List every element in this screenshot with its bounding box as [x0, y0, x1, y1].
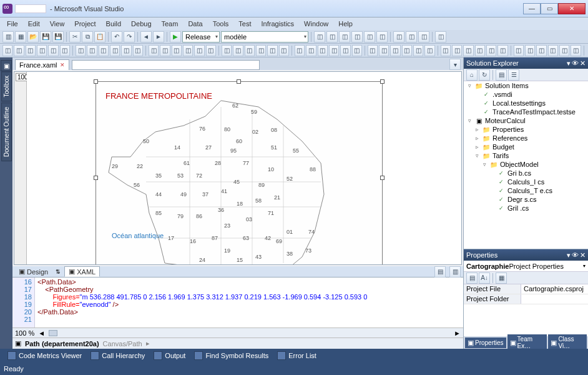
menu-edit[interactable]: Edit [24, 19, 44, 29]
property-row[interactable]: Project FileCartographie.csproj [464, 284, 588, 294]
dept-42[interactable]: 42 [265, 235, 271, 241]
code-editor[interactable]: 161718192021 <Path.Data> <PathGeometry F… [12, 278, 463, 328]
close-button[interactable]: ✕ [558, 3, 586, 14]
dept-62[interactable]: 62 [232, 102, 238, 109]
tb2-btn-14[interactable]: ◫ [172, 45, 182, 56]
dept-59[interactable]: 59 [251, 109, 257, 115]
dept-37[interactable]: 37 [202, 191, 208, 198]
tree-item[interactable]: ✓TraceAndTestImpact.testse [464, 108, 588, 116]
tb-d-icon[interactable]: ◫ [351, 31, 363, 42]
tb-g-icon[interactable]: ◫ [393, 31, 404, 42]
hscroll-thumb[interactable] [49, 330, 57, 336]
pane-menu-icon[interactable]: ▾ [567, 251, 571, 259]
expand-icon[interactable]: ▹ [474, 135, 480, 141]
menu-test[interactable]: Test [234, 19, 255, 29]
side-tab[interactable]: ▣Properties [465, 338, 506, 348]
tb2-btn-46[interactable]: ◫ [559, 45, 569, 56]
dept-89[interactable]: 89 [258, 182, 265, 188]
dept-79[interactable]: 79 [177, 213, 184, 219]
tb2-btn-31[interactable]: ◫ [379, 45, 389, 56]
dept-69[interactable]: 69 [276, 238, 282, 244]
expand-icon[interactable]: ▿ [466, 118, 473, 124]
dept-17[interactable]: 17 [168, 235, 174, 241]
tb2-btn-6[interactable]: ◫ [76, 45, 86, 56]
dept-88[interactable]: 88 [310, 166, 316, 172]
dept-86[interactable]: 86 [196, 213, 202, 219]
design-canvas[interactable]: FRANCE METROPOLITAINE Océan atlantique 6… [27, 72, 461, 264]
pane-close-icon[interactable]: ✕ [580, 59, 586, 68]
dept-24[interactable]: 24 [199, 257, 205, 263]
tb2-btn-34[interactable]: ◫ [413, 45, 423, 56]
categorize-icon[interactable]: ▤ [466, 272, 478, 284]
tb2-btn-38[interactable]: ◫ [463, 45, 473, 56]
tree-item[interactable]: ✓ .vsmdi [464, 90, 588, 99]
property-grid[interactable]: Project FileCartographie.csprojProject F… [464, 284, 588, 336]
hscroll-right[interactable]: ► [454, 329, 461, 337]
tb2-btn-7[interactable]: ◫ [87, 45, 97, 56]
tb2-btn-39[interactable]: ◫ [475, 45, 485, 56]
save-icon[interactable]: 💾 [40, 31, 51, 42]
artboard[interactable]: FRANCE METROPOLITAINE Océan atlantique 6… [96, 81, 383, 264]
dept-74[interactable]: 74 [308, 229, 315, 235]
tb2-btn-23[interactable]: ◫ [279, 45, 289, 56]
menu-tools[interactable]: Tools [208, 19, 233, 29]
tb-b-icon[interactable]: ◫ [326, 31, 338, 42]
tree-item[interactable]: ▿▣MoteurCalcul [464, 116, 588, 125]
quick-launch-input[interactable] [72, 60, 260, 70]
xaml-tab[interactable]: ▣ XAML [64, 266, 100, 277]
swap-icon[interactable]: ⇅ [56, 269, 61, 275]
start-icon[interactable]: ▶ [170, 31, 181, 42]
dept-19[interactable]: 19 [224, 248, 230, 254]
config-combo[interactable]: Release [182, 31, 220, 42]
undo-icon[interactable]: ↶ [111, 31, 122, 42]
bottom-tab[interactable]: Find Symbol Results [190, 350, 272, 361]
dept-28[interactable]: 28 [215, 160, 221, 166]
design-tab[interactable]: ▣ Design [15, 267, 52, 276]
tree-item[interactable]: ✓Calculs_I cs [464, 178, 588, 186]
dept-18[interactable]: 18 [237, 201, 243, 207]
tb2-btn-19[interactable]: ◫ [233, 45, 243, 56]
breadcrumb-more-icon[interactable]: ▸ [146, 339, 150, 348]
dept-43[interactable]: 43 [255, 254, 262, 260]
tb2-btn-42[interactable]: ◫ [514, 45, 524, 56]
tree-item[interactable]: ▿📁ObjectModel [464, 160, 588, 169]
tab-list-icon[interactable]: ▾ [449, 59, 461, 70]
tb2-btn-5[interactable]: ◫ [60, 45, 70, 56]
tb2-btn-10[interactable]: ◫ [121, 45, 131, 56]
dept-21[interactable]: 21 [274, 194, 280, 201]
split-v-icon[interactable]: ▥ [449, 266, 461, 278]
close-tab-icon[interactable]: ✕ [60, 62, 65, 68]
tb2-btn-45[interactable]: ◫ [548, 45, 558, 56]
code-zoom[interactable]: 100 % [15, 329, 34, 337]
tb2-btn-9[interactable]: ◫ [110, 45, 120, 56]
nav-back-icon[interactable]: ◄ [140, 31, 152, 42]
tree-item[interactable]: ✓Gri b.cs [464, 169, 588, 178]
tree-item[interactable]: ▹📁References [464, 134, 588, 142]
menu-debug[interactable]: Debug [127, 19, 155, 29]
copy-icon[interactable]: ⧉ [82, 31, 93, 42]
expand-icon[interactable]: ▹ [474, 144, 480, 150]
dept-60[interactable]: 60 [236, 138, 242, 144]
dept-23[interactable]: 23 [224, 222, 230, 229]
new-project-icon[interactable]: ▥ [2, 31, 14, 42]
se-showall-icon[interactable]: ▤ [496, 69, 507, 81]
tb-a-icon[interactable]: ◫ [314, 31, 325, 42]
se-refresh-icon[interactable]: ↻ [479, 69, 490, 81]
tb2-btn-17[interactable]: ◫ [206, 45, 216, 56]
menu-window[interactable]: Window [300, 19, 333, 29]
dept-51[interactable]: 51 [271, 144, 277, 151]
tree-item[interactable]: ✓Degr s.cs [464, 195, 588, 204]
property-row[interactable]: Project Folder [464, 294, 588, 304]
tb2-btn-24[interactable]: ◫ [295, 45, 305, 56]
tb2-btn-4[interactable]: ◫ [48, 45, 58, 56]
tb2-btn-1[interactable]: ◫ [14, 45, 24, 56]
tb2-btn-11[interactable]: ◫ [133, 45, 143, 56]
doc-outline-tab[interactable]: Document Outline [1, 102, 12, 161]
target-combo[interactable]: modèle [221, 31, 308, 42]
tb2-btn-29[interactable]: ◫ [352, 45, 362, 56]
tree-item[interactable]: ✓Local.testsettings [464, 99, 588, 108]
tb2-btn-16[interactable]: ◫ [194, 45, 204, 56]
tb2-btn-18[interactable]: ◫ [222, 45, 232, 56]
dept-38[interactable]: 38 [287, 251, 293, 257]
bottom-tab[interactable]: Code Metrics Viewer [4, 350, 86, 361]
